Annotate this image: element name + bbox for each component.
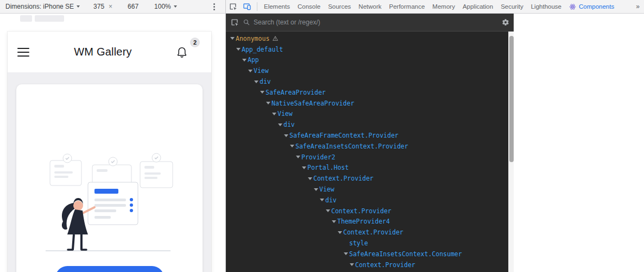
tree-row[interactable]: SafeAreaInsetsContext.Provider [226, 141, 514, 152]
collapse-arrow-icon[interactable] [319, 199, 325, 201]
tree-row[interactable]: Provider2 [226, 152, 514, 163]
empty-state-illustration [34, 149, 186, 257]
search-input[interactable] [254, 18, 497, 26]
component-name: Portal.Host [307, 164, 349, 171]
collapse-arrow-icon[interactable] [229, 37, 236, 40]
tree-row[interactable]: div [226, 76, 514, 87]
tree-row[interactable]: Anonymous [226, 33, 514, 44]
collapse-arrow-icon[interactable] [331, 220, 337, 223]
tree-row[interactable]: Context.Provider [226, 206, 514, 217]
collapse-arrow-icon[interactable] [265, 102, 272, 104]
device-type-select[interactable]: Dimensions: iPhone SE [5, 3, 80, 10]
tree-row[interactable]: SafeAreaInsetsContext.Consumer [226, 249, 514, 259]
tab-network[interactable]: Network [355, 0, 385, 13]
gear-icon [502, 18, 509, 26]
toolbar-divider [257, 2, 257, 11]
component-name: ThemeProvider4 [337, 218, 390, 225]
tab-console[interactable]: Console [294, 0, 324, 13]
tab-lighthouse[interactable]: Lighthouse [527, 0, 565, 13]
inspect-element-button[interactable] [229, 2, 237, 11]
chevron-down-icon [77, 5, 80, 8]
tab-label: Performance [389, 3, 425, 10]
primary-action-button[interactable] [55, 266, 164, 272]
collapse-arrow-icon[interactable] [241, 59, 248, 61]
tab-application[interactable]: Application [459, 0, 497, 13]
component-name: style [349, 239, 368, 247]
tab-performance[interactable]: Performance [386, 0, 429, 13]
tree-scroll-area: AnonymousApp_defaultAppViewdivSafeAreaPr… [226, 32, 514, 272]
collapse-arrow-icon[interactable] [343, 252, 349, 255]
tree-row[interactable]: View [226, 65, 514, 76]
tree-row[interactable]: Context.Provider [226, 259, 514, 270]
collapse-arrow-icon[interactable] [247, 70, 254, 72]
collapse-arrow-icon[interactable] [295, 156, 301, 158]
collapse-arrow-icon[interactable] [277, 123, 283, 126]
tree-row[interactable]: style [226, 238, 514, 249]
scrollbar-thumb[interactable] [509, 36, 514, 162]
settings-gear-button[interactable] [502, 18, 509, 26]
tree-row[interactable]: Context.Provider [226, 173, 514, 184]
zoom-value: 100% [154, 3, 171, 10]
component-name: Context.Provider [331, 207, 392, 215]
collapse-arrow-icon[interactable] [271, 113, 277, 115]
collapse-arrow-icon[interactable] [235, 48, 242, 51]
collapse-arrow-icon[interactable] [325, 209, 331, 212]
tree-row[interactable]: Context.Provider [226, 227, 514, 238]
tree-row[interactable]: ThemeProvider4 [226, 217, 514, 227]
tree-row[interactable]: App [226, 55, 514, 66]
tab-components[interactable]: Components [565, 0, 618, 13]
tree-row[interactable]: View [226, 109, 514, 120]
component-tree: AnonymousApp_defaultAppViewdivSafeAreaPr… [226, 32, 514, 270]
tab-memory[interactable]: Memory [428, 0, 459, 13]
more-options-button[interactable] [212, 2, 217, 12]
collapse-arrow-icon[interactable] [307, 177, 313, 180]
tab-sources[interactable]: Sources [324, 0, 355, 13]
react-icon [569, 3, 576, 10]
component-name: App_default [242, 46, 283, 53]
collapse-arrow-icon[interactable] [259, 91, 266, 94]
component-name: SafeAreaFrameContext.Provider [289, 132, 399, 139]
tree-row[interactable]: View [226, 184, 514, 195]
warning-icon [273, 36, 278, 41]
tree-row[interactable]: div [226, 195, 514, 206]
collapse-arrow-icon[interactable] [301, 166, 307, 169]
tree-row[interactable]: App_default [226, 44, 514, 55]
tree-row[interactable]: Portal.Host [226, 163, 514, 174]
tab-elements[interactable]: Elements [260, 0, 294, 13]
hamburger-icon [17, 48, 29, 57]
tab-security[interactable]: Security [497, 0, 527, 13]
device-emulator-pane: Dimensions: iPhone SE × 100% [0, 0, 225, 272]
device-toolbar-toggle-button[interactable] [243, 2, 251, 11]
device-screen: WM Gallery 2 [8, 32, 211, 272]
collapse-arrow-icon[interactable] [349, 263, 355, 266]
component-name: div [283, 121, 295, 128]
collapse-arrow-icon[interactable] [283, 134, 289, 137]
notifications-button[interactable] [176, 46, 187, 58]
tab-label: Lighthouse [531, 3, 561, 10]
component-name: Context.Provider [355, 261, 415, 269]
collapse-arrow-icon[interactable] [337, 231, 343, 234]
device-toolbar-icon [243, 2, 251, 11]
search-icon [243, 19, 250, 26]
viewport-width-input[interactable] [91, 3, 107, 10]
tree-row[interactable]: SafeAreaProvider [226, 87, 514, 98]
more-tabs-button[interactable]: » [632, 3, 644, 10]
emulated-page-area: WM Gallery 2 [0, 14, 225, 272]
viewport-height-input[interactable] [125, 3, 141, 10]
component-name: Context.Provider [313, 175, 374, 182]
app-header: WM Gallery 2 [8, 32, 211, 72]
tab-label: Application [463, 3, 493, 10]
collapse-arrow-icon[interactable] [313, 188, 319, 191]
chevron-down-icon [174, 5, 177, 8]
tree-row[interactable]: SafeAreaFrameContext.Provider [226, 130, 514, 141]
tree-row[interactable]: NativeSafeAreaProvider [226, 98, 514, 109]
notification-badge: 2 [190, 38, 200, 47]
pick-component-button[interactable] [230, 18, 239, 27]
collapse-arrow-icon[interactable] [253, 81, 260, 83]
menu-button[interactable] [17, 48, 29, 57]
devtools-tabbar: ElementsConsoleSourcesNetworkPerformance… [226, 0, 644, 14]
vertical-scrollbar[interactable] [508, 32, 514, 272]
collapse-arrow-icon[interactable] [289, 145, 295, 147]
zoom-select[interactable]: 100% [154, 3, 177, 10]
tree-row[interactable]: div [226, 119, 514, 130]
